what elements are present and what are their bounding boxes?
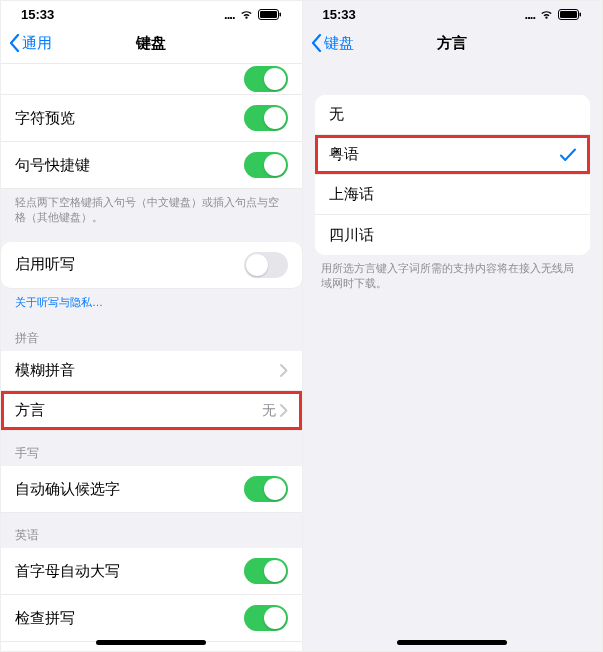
cellular-icon: .... — [224, 7, 234, 22]
chevron-right-icon — [280, 364, 288, 377]
switch-auto-cap[interactable] — [244, 558, 288, 584]
back-button[interactable]: 键盘 — [311, 34, 354, 53]
section-english: 英语 — [1, 513, 302, 548]
checkmark-icon — [560, 148, 576, 162]
home-indicator — [96, 640, 206, 645]
home-indicator — [397, 640, 507, 645]
wifi-icon — [239, 9, 254, 20]
svg-rect-2 — [279, 12, 281, 16]
option-shanghai[interactable]: 上海话 — [315, 175, 591, 215]
svg-rect-1 — [260, 11, 277, 18]
footer-download-note: 用所选方言键入字词所需的支持内容将在接入无线局域网时下载。 — [303, 255, 603, 298]
svg-rect-5 — [580, 12, 582, 16]
switch-auto-confirm[interactable] — [244, 476, 288, 502]
label: 句号快捷键 — [15, 156, 90, 175]
svg-rect-4 — [560, 11, 577, 18]
label: 粤语 — [329, 145, 359, 164]
cell-auto-confirm-candidate[interactable]: 自动确认候选字 — [1, 466, 302, 513]
switch-check-spelling[interactable] — [244, 605, 288, 631]
chevron-left-icon — [311, 34, 322, 52]
section-handwriting: 手写 — [1, 431, 302, 466]
label: 模糊拼音 — [15, 361, 75, 380]
toggle-partial[interactable] — [244, 66, 288, 92]
switch-period-shortcut[interactable] — [244, 152, 288, 178]
label: 检查拼写 — [15, 609, 75, 628]
status-time: 15:33 — [323, 7, 356, 22]
back-label: 通用 — [22, 34, 52, 53]
label: 首字母自动大写 — [15, 562, 120, 581]
label: 方言 — [15, 401, 45, 420]
status-bar: 15:33 .... — [1, 1, 302, 23]
cell-check-spelling[interactable]: 检查拼写 — [1, 595, 302, 642]
back-label: 键盘 — [324, 34, 354, 53]
cell-auto-cap[interactable]: 首字母自动大写 — [1, 548, 302, 595]
dictation-privacy-link[interactable]: 关于听写与隐私… — [1, 289, 302, 316]
wifi-icon — [539, 9, 554, 20]
cell-char-preview[interactable]: 字符预览 — [1, 95, 302, 142]
label: 上海话 — [329, 185, 374, 204]
option-none[interactable]: 无 — [315, 95, 591, 135]
battery-icon — [558, 9, 582, 20]
nav-bar: 键盘 方言 — [303, 23, 603, 63]
battery-icon — [258, 9, 282, 20]
switch-enable-dictation[interactable] — [244, 252, 288, 278]
switch-char-preview[interactable] — [244, 105, 288, 131]
chevron-right-icon — [280, 404, 288, 417]
label: 启用听写 — [15, 255, 75, 274]
section-pinyin: 拼音 — [1, 316, 302, 351]
option-cantonese[interactable]: 粤语 — [315, 135, 591, 175]
nav-bar: 通用 键盘 — [1, 23, 302, 63]
status-bar: 15:33 .... — [303, 1, 603, 23]
cell-period-shortcut[interactable]: 句号快捷键 — [1, 142, 302, 189]
status-time: 15:33 — [21, 7, 54, 22]
dialect-options-group: 无 粤语 上海话 四川话 — [315, 95, 591, 255]
cell-dialects[interactable]: 方言 无 — [1, 391, 302, 431]
cell-enable-dictation[interactable]: 启用听写 — [1, 242, 302, 289]
footer-space-note: 轻点两下空格键插入句号（中文键盘）或插入句点与空格（其他键盘）。 — [1, 189, 302, 232]
back-button[interactable]: 通用 — [9, 34, 52, 53]
status-icons: .... — [525, 7, 582, 22]
status-icons: .... — [224, 7, 281, 22]
value-dialects: 无 — [262, 402, 276, 420]
chevron-left-icon — [9, 34, 20, 52]
label: 无 — [329, 105, 344, 124]
cell-fuzzy-pinyin[interactable]: 模糊拼音 — [1, 351, 302, 391]
label: 四川话 — [329, 226, 374, 245]
label: 字符预览 — [15, 109, 75, 128]
cellular-icon: .... — [525, 7, 535, 22]
label: 自动确认候选字 — [15, 480, 120, 499]
option-sichuan[interactable]: 四川话 — [315, 215, 591, 255]
